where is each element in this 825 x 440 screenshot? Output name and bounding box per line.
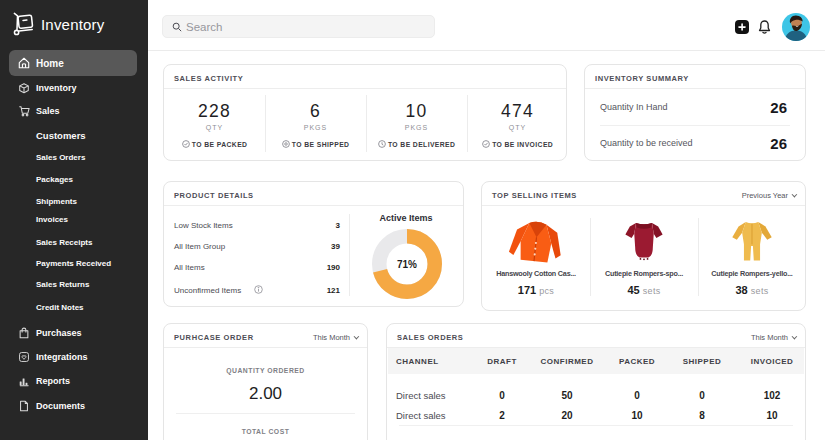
svg-text:71%: 71%	[397, 259, 417, 270]
